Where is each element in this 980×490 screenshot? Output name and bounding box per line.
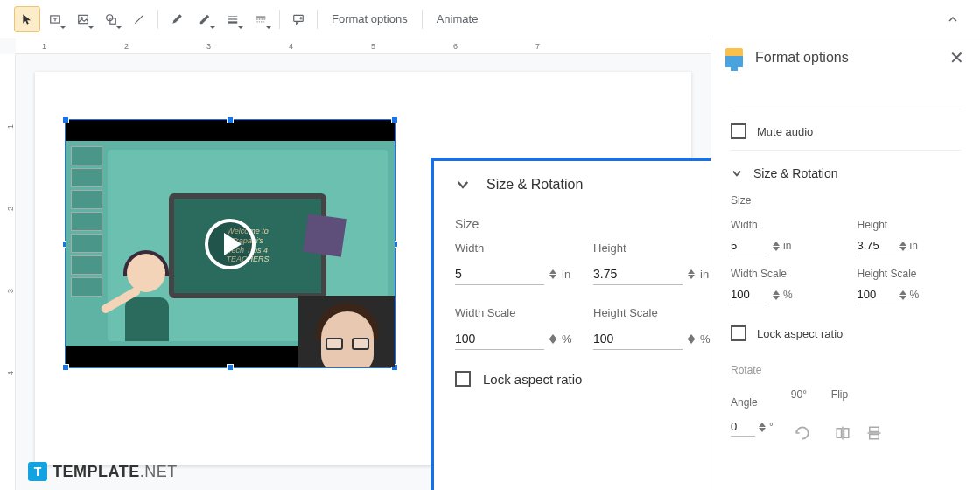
sidebar-lock-aspect-checkbox[interactable] bbox=[731, 326, 746, 341]
mute-audio-checkbox[interactable] bbox=[731, 123, 746, 139]
rotate-90-icon[interactable] bbox=[791, 422, 814, 444]
image-tool[interactable] bbox=[70, 6, 96, 32]
lock-aspect-ratio-checkbox[interactable] bbox=[455, 371, 471, 387]
textbox-tool[interactable] bbox=[42, 6, 68, 32]
chevron-down-icon[interactable] bbox=[731, 167, 743, 179]
sidebar-width-spinner[interactable] bbox=[773, 242, 780, 251]
toolbar: Format options Animate bbox=[0, 0, 980, 38]
ninety-label: 90° bbox=[791, 388, 814, 401]
resize-handle[interactable] bbox=[62, 116, 69, 123]
flip-horizontal-icon[interactable] bbox=[831, 422, 854, 444]
sidebar-width-label: Width bbox=[731, 219, 835, 231]
border-weight-tool[interactable] bbox=[220, 6, 246, 32]
picture-in-picture bbox=[298, 296, 395, 368]
unit-in: in bbox=[562, 268, 576, 281]
sidebar-width-scale-input[interactable] bbox=[731, 285, 769, 304]
resize-handle[interactable] bbox=[227, 364, 234, 371]
angle-spinner[interactable] bbox=[759, 423, 766, 432]
unit-in: in bbox=[700, 268, 710, 281]
height-scale-spinner[interactable] bbox=[688, 334, 695, 344]
width-scale-spinner[interactable] bbox=[550, 334, 556, 344]
rotate-section-label: Rotate bbox=[731, 352, 961, 382]
sidebar-height-input[interactable] bbox=[858, 236, 896, 256]
svg-rect-19 bbox=[870, 435, 879, 439]
sidebar-height-scale-spinner[interactable] bbox=[900, 290, 906, 300]
height-scale-label: Height Scale bbox=[593, 306, 710, 319]
resize-handle[interactable] bbox=[391, 116, 398, 123]
unit-pct: % bbox=[562, 332, 576, 346]
sidebar-height-scale-input[interactable] bbox=[858, 285, 896, 304]
svg-rect-4 bbox=[110, 18, 116, 23]
format-options-sidebar: Format options ✕ Mute audio Size & Rotat… bbox=[710, 38, 980, 490]
svg-line-5 bbox=[135, 15, 143, 23]
size-label: Size bbox=[455, 217, 710, 231]
sidebar-height-scale-label: Height Scale bbox=[858, 268, 962, 280]
select-tool[interactable] bbox=[14, 6, 40, 32]
video-embed[interactable]: Welcome to Trapani's Tech Tips 4 TEACHER… bbox=[65, 119, 396, 368]
format-options-button[interactable]: Format options bbox=[323, 6, 416, 32]
height-input[interactable] bbox=[593, 263, 682, 285]
width-label: Width bbox=[455, 242, 576, 255]
sidebar-lock-aspect-label: Lock aspect ratio bbox=[757, 327, 843, 340]
sidebar-height-spinner[interactable] bbox=[900, 242, 906, 251]
format-options-icon bbox=[725, 48, 743, 67]
mute-audio-label: Mute audio bbox=[757, 125, 813, 138]
brand: T TEMPLATE.NET bbox=[28, 462, 178, 481]
paint-tool[interactable] bbox=[164, 6, 190, 32]
ruler-vertical: 1234 bbox=[0, 54, 16, 490]
width-scale-input[interactable] bbox=[455, 328, 544, 350]
comment-tool[interactable] bbox=[285, 6, 312, 32]
resize-handle[interactable] bbox=[62, 364, 69, 371]
sidebar-width-scale-spinner[interactable] bbox=[773, 290, 780, 300]
shape-tool[interactable] bbox=[98, 6, 124, 32]
popup-title: Size & Rotation bbox=[486, 177, 583, 192]
size-rotation-section-label: Size & Rotation bbox=[753, 166, 838, 180]
collapse-toolbar[interactable] bbox=[940, 6, 966, 32]
angle-label: Angle bbox=[731, 396, 774, 409]
close-icon[interactable]: ✕ bbox=[949, 47, 964, 68]
separator bbox=[317, 10, 318, 29]
sidebar-size-label: Size bbox=[731, 194, 961, 206]
height-label: Height bbox=[593, 242, 710, 255]
line-tool[interactable] bbox=[126, 6, 152, 32]
svg-rect-16 bbox=[844, 429, 848, 438]
svg-rect-18 bbox=[870, 427, 879, 431]
sidebar-title: Format options bbox=[755, 50, 937, 66]
sidebar-width-scale-label: Width Scale bbox=[731, 268, 835, 280]
svg-rect-15 bbox=[836, 429, 841, 438]
flip-label: Flip bbox=[831, 388, 886, 401]
unit-pct: % bbox=[700, 332, 710, 346]
chevron-down-icon[interactable] bbox=[455, 177, 471, 192]
ruler-horizontal: 1234567 bbox=[16, 38, 710, 54]
play-icon[interactable] bbox=[205, 219, 256, 270]
canvas[interactable]: 1234567 1234 bbox=[0, 38, 710, 490]
lock-aspect-ratio-label: Lock aspect ratio bbox=[483, 372, 582, 387]
width-input[interactable] bbox=[455, 263, 544, 285]
size-rotation-popup: Size & Rotation Size Width in Height bbox=[430, 158, 710, 490]
animate-button[interactable]: Animate bbox=[428, 6, 487, 32]
brand-badge: T bbox=[28, 462, 47, 481]
slide[interactable]: Welcome to Trapani's Tech Tips 4 TEACHER… bbox=[35, 72, 691, 466]
separator bbox=[158, 10, 158, 29]
sidebar-width-input[interactable] bbox=[731, 236, 769, 256]
height-scale-input[interactable] bbox=[593, 328, 682, 350]
separator bbox=[422, 10, 423, 29]
flip-vertical-icon[interactable] bbox=[863, 422, 886, 444]
resize-handle[interactable] bbox=[227, 116, 234, 123]
border-color-tool[interactable] bbox=[192, 6, 218, 32]
sidebar-height-label: Height bbox=[858, 219, 962, 231]
height-spinner[interactable] bbox=[688, 270, 695, 279]
border-dash-tool[interactable] bbox=[248, 6, 274, 32]
width-spinner[interactable] bbox=[550, 270, 556, 279]
width-scale-label: Width Scale bbox=[455, 306, 576, 319]
angle-input[interactable] bbox=[731, 417, 755, 437]
separator bbox=[279, 10, 280, 29]
